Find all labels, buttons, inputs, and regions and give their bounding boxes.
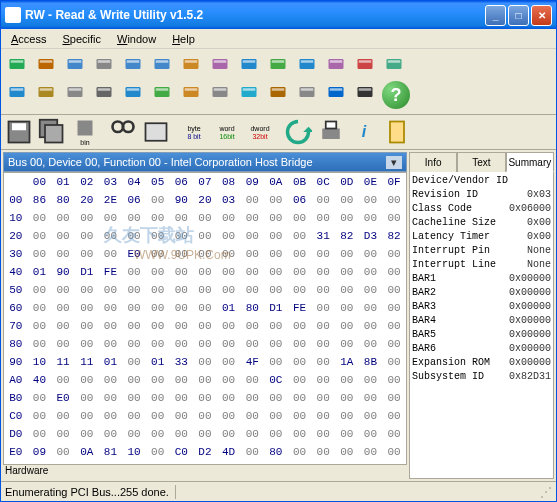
hex-cell[interactable]: 00 <box>359 335 383 353</box>
hex-cell[interactable]: 00 <box>51 299 75 317</box>
scope-icon[interactable] <box>293 51 321 77</box>
hex-cell[interactable]: 09 <box>28 443 52 461</box>
hex-cell[interactable]: 00 <box>240 191 264 209</box>
hex-cell[interactable]: 00 <box>240 425 264 443</box>
hex-cell[interactable]: 00 <box>288 227 312 245</box>
hex-cell[interactable]: 0F <box>240 461 264 465</box>
disk-icon[interactable] <box>90 79 118 105</box>
hex-cell[interactable]: 00 <box>288 209 312 227</box>
spd-icon[interactable] <box>264 51 292 77</box>
hex-cell[interactable]: 00 <box>122 461 146 465</box>
print-button[interactable] <box>315 117 347 147</box>
hex-cell[interactable]: 00 <box>28 227 52 245</box>
hex-cell[interactable]: 00 <box>122 281 146 299</box>
hex-cell[interactable]: 00 <box>382 353 406 371</box>
hex-cell[interactable]: 00 <box>311 245 335 263</box>
hex-cell[interactable]: 00 <box>28 281 52 299</box>
hex-cell[interactable]: 00 <box>382 263 406 281</box>
hex-cell[interactable]: 00 <box>122 227 146 245</box>
hex-cell[interactable]: 00 <box>122 425 146 443</box>
hex-cell[interactable]: 4D <box>217 443 241 461</box>
sio-icon[interactable] <box>177 51 205 77</box>
hex-cell[interactable]: 00 <box>217 245 241 263</box>
hex-cell[interactable]: FE <box>99 263 123 281</box>
hex-cell[interactable]: 00 <box>335 299 359 317</box>
dword-button[interactable]: dword32bit <box>244 117 276 147</box>
hex-cell[interactable]: 00 <box>146 335 170 353</box>
hex-cell[interactable]: 00 <box>382 425 406 443</box>
hex-cell[interactable]: 10 <box>28 353 52 371</box>
hex-cell[interactable]: 00 <box>311 335 335 353</box>
tab-summary[interactable]: Summary <box>506 152 554 172</box>
close-button[interactable]: ✕ <box>531 5 552 26</box>
hex-cell[interactable]: 00 <box>169 389 193 407</box>
hex-cell[interactable]: 00 <box>122 209 146 227</box>
hex-cell[interactable]: 00 <box>288 335 312 353</box>
hex-cell[interactable]: 00 <box>382 461 406 465</box>
hex-cell[interactable]: 90 <box>51 263 75 281</box>
io-icon[interactable] <box>32 79 60 105</box>
hex-cell[interactable]: 00 <box>335 389 359 407</box>
hex-cell[interactable]: 00 <box>122 335 146 353</box>
hex-cell[interactable]: E0 <box>51 389 75 407</box>
hex-cell[interactable]: 00 <box>311 461 335 465</box>
hex-cell[interactable]: 00 <box>359 299 383 317</box>
isa-icon[interactable] <box>90 51 118 77</box>
hex-cell[interactable]: 00 <box>264 389 288 407</box>
hex-cell[interactable]: 00 <box>382 335 406 353</box>
hex-cell[interactable]: 00 <box>217 353 241 371</box>
hex-cell[interactable]: 00 <box>75 281 99 299</box>
hex-cell[interactable]: D1 <box>264 299 288 317</box>
cpu-icon[interactable] <box>61 51 89 77</box>
hex-cell[interactable]: 00 <box>359 209 383 227</box>
hex-cell[interactable]: 00 <box>193 299 217 317</box>
menu-access[interactable]: Access <box>5 31 52 47</box>
hex-cell[interactable]: 20 <box>193 191 217 209</box>
hex-cell[interactable]: 20 <box>75 191 99 209</box>
hex-cell[interactable]: 00 <box>51 227 75 245</box>
hex-cell[interactable]: 00 <box>75 335 99 353</box>
hex-cell[interactable]: 00 <box>217 227 241 245</box>
hex-cell[interactable]: 00 <box>311 371 335 389</box>
hex-cell[interactable]: 00 <box>51 443 75 461</box>
hex-cell[interactable]: 00 <box>99 299 123 317</box>
resize-grip-icon[interactable]: ⋰ <box>540 485 552 499</box>
hex-cell[interactable]: 00 <box>146 209 170 227</box>
hex-cell[interactable]: 00 <box>146 263 170 281</box>
hex-cell[interactable]: 00 <box>146 317 170 335</box>
acpi-icon[interactable] <box>380 51 408 77</box>
hex-cell[interactable]: 00 <box>217 407 241 425</box>
hex-cell[interactable]: 00 <box>382 245 406 263</box>
hex-cell[interactable]: 00 <box>264 281 288 299</box>
hex-cell[interactable]: 00 <box>169 371 193 389</box>
clock-icon[interactable] <box>206 51 234 77</box>
hex-cell[interactable]: 0C <box>264 371 288 389</box>
b5aa-icon[interactable] <box>177 79 205 105</box>
hex-cell[interactable]: 00 <box>240 407 264 425</box>
hex-cell[interactable]: 00 <box>311 263 335 281</box>
hex-cell[interactable]: 06 <box>288 191 312 209</box>
hex-cell[interactable]: 0A <box>75 443 99 461</box>
hex-cell[interactable]: 00 <box>311 191 335 209</box>
hex-cell[interactable]: 00 <box>122 353 146 371</box>
titlebar[interactable]: RW - Read & Write Utility v1.5.2 _ □ ✕ <box>1 1 556 29</box>
hex-cell[interactable]: 00 <box>99 317 123 335</box>
hex-cell[interactable]: 00 <box>146 461 170 465</box>
hex-cell[interactable]: 00 <box>51 317 75 335</box>
hex-cell[interactable]: 80 <box>264 443 288 461</box>
hex-cell[interactable]: 00 <box>359 389 383 407</box>
hex-cell[interactable]: 00 <box>122 299 146 317</box>
space-icon[interactable] <box>119 51 147 77</box>
hex-cell[interactable]: 00 <box>193 209 217 227</box>
hex-cell[interactable]: 00 <box>146 245 170 263</box>
minimize-button[interactable]: _ <box>485 5 506 26</box>
hex-cell[interactable]: 00 <box>122 407 146 425</box>
hex-cell[interactable]: 00 <box>264 227 288 245</box>
hex-cell[interactable]: 00 <box>169 263 193 281</box>
hex-cell[interactable]: 00 <box>193 281 217 299</box>
hex-cell[interactable]: 00 <box>51 209 75 227</box>
tab-info[interactable]: Info <box>409 152 457 172</box>
hex-cell[interactable]: 00 <box>264 209 288 227</box>
hex-cell[interactable]: 00 <box>146 227 170 245</box>
hex-cell[interactable]: 82 <box>382 227 406 245</box>
